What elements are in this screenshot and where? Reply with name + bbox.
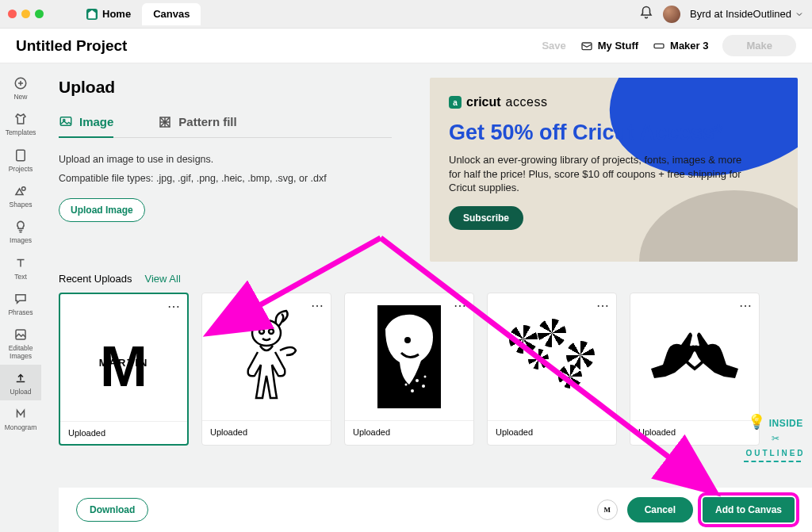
promo-shape-tan — [639, 190, 798, 262]
tab-pattern-fill[interactable]: Pattern fill — [158, 114, 236, 137]
my-stuff-label: My Stuff — [598, 40, 638, 52]
topbar-right: Byrd at InsideOutlined — [639, 6, 804, 23]
sidebar-item-text[interactable]: Text — [0, 250, 41, 285]
sidebar-label: Editable Images — [0, 345, 41, 360]
sidebar-item-phrases[interactable]: Phrases — [0, 285, 41, 321]
avatar[interactable] — [663, 6, 680, 23]
promo-brand-a: cricut — [466, 95, 501, 109]
tab-label: Canvas — [153, 8, 190, 20]
upload-card[interactable]: ⋯ M MARTIN Uploaded — [59, 293, 189, 446]
save-button[interactable]: Save — [542, 40, 565, 52]
swirl-art — [504, 317, 599, 396]
recent-uploads-header: Recent Uploads View All — [59, 273, 798, 285]
view-all-link[interactable]: View All — [145, 273, 181, 285]
upload-card[interactable]: ⋯ Uploaded — [630, 293, 760, 446]
card-thumbnail: ⋯ — [202, 293, 331, 420]
chevron-down-icon — [795, 10, 804, 19]
sidebar-item-monogram[interactable]: Monogram — [0, 400, 41, 436]
promo-title: Get 50% off Cricut Access* — [449, 121, 779, 145]
shapes-icon — [13, 184, 28, 198]
card-caption: Uploaded — [202, 420, 331, 443]
promo-brand-b: access — [506, 95, 548, 109]
speech-icon — [13, 292, 28, 306]
add-to-canvas-button[interactable]: Add to Canvas — [703, 497, 795, 522]
user-menu[interactable]: Byrd at InsideOutlined — [690, 8, 804, 20]
cricut-logo-icon — [86, 9, 98, 20]
download-button[interactable]: Download — [76, 498, 148, 522]
machine-icon — [653, 40, 665, 52]
svg-rect-3 — [17, 150, 25, 161]
project-header: Untitled Project Save My Stuff Maker 3 M… — [0, 29, 812, 63]
sidebar-label: Images — [10, 237, 32, 244]
upload-icon — [13, 371, 28, 385]
sidebar-label: Templates — [6, 129, 36, 136]
tab-image[interactable]: Image — [59, 114, 113, 138]
app-tabs: Home Canvas — [75, 3, 201, 25]
my-stuff-button[interactable]: My Stuff — [580, 40, 638, 52]
monogram-icon — [13, 407, 28, 421]
card-menu-icon[interactable]: ⋯ — [596, 298, 610, 313]
card-menu-icon[interactable]: ⋯ — [311, 298, 324, 313]
sidebar-item-editable-images[interactable]: Editable Images — [0, 321, 41, 365]
watermark-line1: INSIDE — [769, 418, 803, 429]
card-thumbnail: ⋯ — [630, 293, 759, 420]
body: New Templates Projects Shapes Images Tex… — [0, 63, 812, 532]
sidebar-label: Monogram — [5, 424, 37, 431]
monogram-art: M MARTIN — [96, 346, 152, 368]
sidebar-item-templates[interactable]: Templates — [0, 105, 41, 141]
tab-home[interactable]: Home — [75, 3, 142, 25]
card-menu-icon[interactable]: ⋯ — [739, 298, 753, 313]
tab-canvas[interactable]: Canvas — [142, 3, 201, 25]
project-title[interactable]: Untitled Project — [16, 37, 127, 55]
upload-card[interactable]: ⋯ Uploaded — [344, 293, 474, 446]
sidebar-item-new[interactable]: New — [0, 70, 41, 105]
main-panel: Upload Image Pattern fill Upload an imag… — [41, 63, 812, 532]
card-menu-icon[interactable]: ⋯ — [454, 298, 467, 313]
selection-thumbnail[interactable]: M — [597, 499, 618, 520]
lightbulb-icon — [13, 220, 28, 234]
close-window-icon[interactable] — [8, 10, 17, 18]
sidebar-item-upload[interactable]: Upload — [0, 365, 41, 400]
cancel-button[interactable]: Cancel — [627, 497, 693, 522]
machine-selector[interactable]: Maker 3 — [653, 40, 708, 52]
recent-uploads-label: Recent Uploads — [59, 273, 132, 285]
card-thumbnail: ⋯ — [345, 293, 473, 420]
svg-rect-5 — [16, 330, 25, 339]
upload-card[interactable]: ⋯ — [201, 293, 331, 446]
tab-label: Pattern fill — [178, 115, 236, 128]
dashed-line-icon — [744, 461, 801, 462]
tab-label: Home — [102, 8, 131, 20]
bottom-action-bar: Download M Cancel Add to Canvas — [59, 488, 812, 532]
watermark: 💡 INSIDE ✂ OUTLINED — [744, 413, 807, 462]
left-sidebar: New Templates Projects Shapes Images Tex… — [0, 63, 41, 532]
maximize-window-icon[interactable] — [35, 10, 44, 18]
card-menu-icon[interactable]: ⋯ — [167, 299, 181, 314]
sidebar-label: Shapes — [10, 201, 33, 209]
sidebar-label: Text — [14, 274, 27, 281]
plus-circle-icon — [13, 76, 28, 90]
notifications-icon[interactable] — [639, 6, 653, 23]
sidebar-item-images[interactable]: Images — [0, 213, 41, 249]
upload-image-button[interactable]: Upload Image — [59, 198, 145, 222]
svg-rect-6 — [60, 117, 71, 126]
cricut-logo-icon: a — [449, 96, 462, 109]
upload-subtabs: Image Pattern fill — [59, 114, 392, 138]
user-name-label: Byrd at InsideOutlined — [690, 8, 791, 20]
svg-point-17 — [424, 376, 427, 378]
tab-label: Image — [79, 115, 113, 128]
svg-point-9 — [252, 320, 281, 346]
make-button[interactable]: Make — [722, 35, 796, 56]
svg-point-15 — [422, 385, 425, 388]
minimize-window-icon[interactable] — [21, 10, 30, 18]
watermark-line2: OUTLINED — [745, 449, 805, 457]
svg-rect-1 — [654, 44, 664, 48]
subscribe-button[interactable]: Subscribe — [449, 206, 523, 230]
promo-banner[interactable]: a cricut access Get 50% off Cricut Acces… — [430, 78, 798, 262]
scissors-icon: ✂ — [772, 433, 779, 444]
upload-card[interactable]: ⋯ Uploaded — [487, 293, 617, 446]
window-controls — [8, 10, 44, 18]
os-tab-bar: Home Canvas Byrd at InsideOutlined — [0, 0, 812, 29]
sidebar-item-projects[interactable]: Projects — [0, 142, 41, 178]
promo-brand: a cricut access — [449, 95, 779, 109]
sidebar-item-shapes[interactable]: Shapes — [0, 178, 41, 213]
